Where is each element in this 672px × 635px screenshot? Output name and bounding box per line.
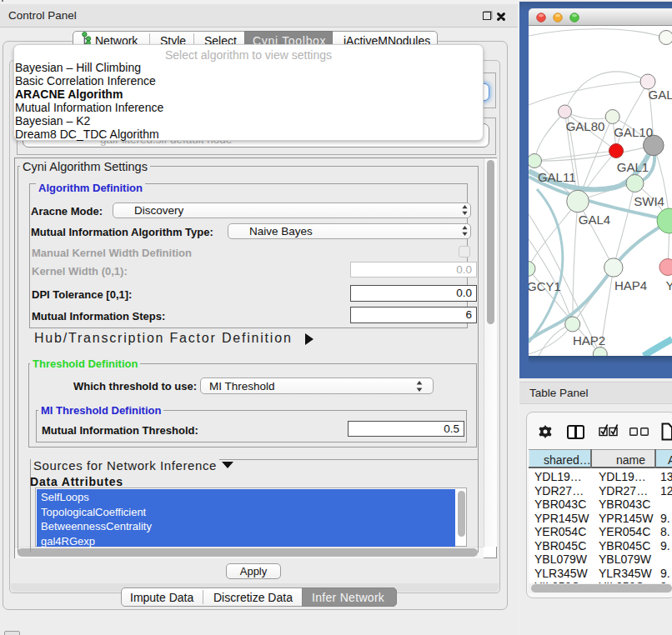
svg-text:GAL10: GAL10 <box>614 125 653 139</box>
svg-text:GAL11: GAL11 <box>538 170 576 184</box>
svg-text:GAL80: GAL80 <box>566 119 605 133</box>
svg-text:Y: Y <box>666 278 672 292</box>
svg-text:GAL2: GAL2 <box>649 88 672 102</box>
svg-text:HAP4: HAP4 <box>614 278 647 292</box>
svg-text:GAL4: GAL4 <box>579 212 610 227</box>
svg-text:SWI4: SWI4 <box>634 194 664 208</box>
svg-text:GAL1: GAL1 <box>617 160 649 174</box>
svg-text:HAP2: HAP2 <box>573 333 605 348</box>
svg-text:GCY1: GCY1 <box>529 279 561 293</box>
